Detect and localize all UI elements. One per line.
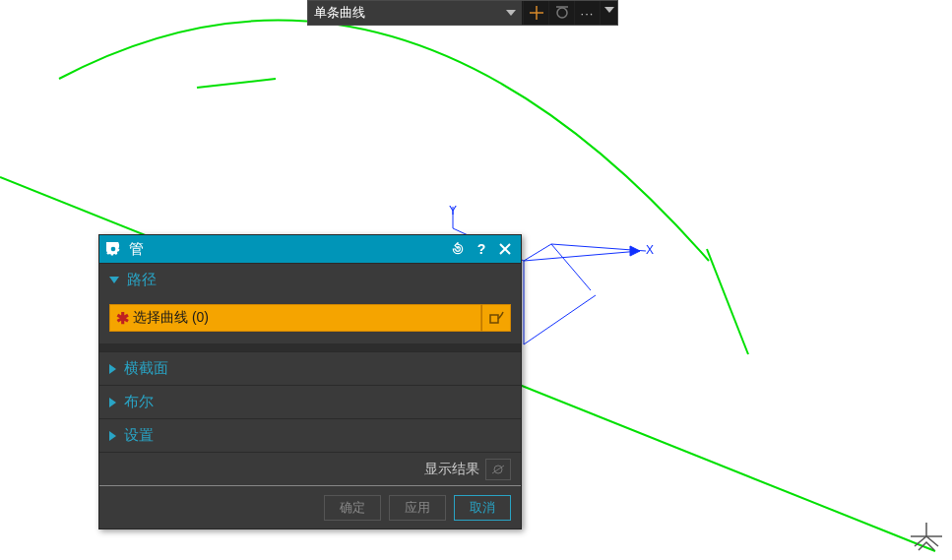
dialog-button-bar: 确定 应用 取消 xyxy=(99,485,521,529)
required-asterisk-icon: ✱ xyxy=(116,309,129,328)
tube-dialog: 管 ? 路径 ✱ 选择曲线 (0) 横截面 布尔 xyxy=(98,234,522,529)
axis-label-x: X xyxy=(646,243,654,257)
section-label: 设置 xyxy=(124,426,154,445)
section-header-settings[interactable]: 设置 xyxy=(99,418,521,452)
select-curve-label: 选择曲线 (0) xyxy=(133,309,209,327)
section-header-path[interactable]: 路径 xyxy=(99,263,521,296)
sketch-section-button[interactable] xyxy=(481,304,511,332)
section-header-cross-section[interactable]: 横截面 xyxy=(99,351,521,385)
ok-button[interactable]: 确定 xyxy=(324,495,381,521)
section-header-boolean[interactable]: 布尔 xyxy=(99,385,521,418)
section-label: 布尔 xyxy=(124,393,154,411)
section-body-path: ✱ 选择曲线 (0) xyxy=(99,296,521,343)
show-result-toggle-row: 显示结果 xyxy=(99,452,521,485)
chevron-right-icon xyxy=(109,398,116,407)
chevron-down-icon xyxy=(109,277,119,283)
cancel-button[interactable]: 取消 xyxy=(454,495,511,521)
intersection-point-icon-button[interactable] xyxy=(523,1,548,25)
dialog-title: 管 xyxy=(127,240,446,259)
svg-marker-4 xyxy=(630,246,640,256)
svg-line-3 xyxy=(524,251,640,261)
chevron-right-icon xyxy=(109,364,116,374)
show-result-label: 显示结果 xyxy=(424,461,479,478)
selection-filter-combo[interactable]: 单条曲线 xyxy=(308,1,523,25)
gear-icon[interactable] xyxy=(99,242,127,256)
close-button[interactable] xyxy=(493,235,517,263)
section-label: 路径 xyxy=(127,271,157,289)
svg-line-2 xyxy=(197,79,276,88)
curve-tangent-icon-button[interactable] xyxy=(548,1,574,25)
reset-button[interactable] xyxy=(446,235,470,263)
svg-line-1 xyxy=(707,249,748,354)
axis-label-y: Y xyxy=(449,204,457,218)
select-curve-field[interactable]: ✱ 选择曲线 (0) xyxy=(109,304,481,332)
more-options-button[interactable]: ··· xyxy=(574,1,600,25)
ellipsis-icon: ··· xyxy=(581,6,595,21)
selection-filter-value: 单条曲线 xyxy=(314,4,365,22)
apply-button[interactable]: 应用 xyxy=(389,495,446,521)
svg-point-9 xyxy=(557,8,567,18)
section-label: 横截面 xyxy=(124,359,168,378)
show-result-toggle[interactable] xyxy=(485,459,511,480)
selection-filter-toolbar: 单条曲线 ··· xyxy=(307,0,618,26)
help-button[interactable]: ? xyxy=(470,235,493,263)
chevron-right-icon xyxy=(109,431,116,441)
chevron-down-icon xyxy=(604,7,614,13)
toolbar-dropdown-button[interactable] xyxy=(600,1,617,25)
svg-rect-13 xyxy=(490,315,498,323)
dialog-titlebar[interactable]: 管 ? xyxy=(99,235,521,263)
chevron-down-icon xyxy=(506,10,516,16)
view-cube-icon[interactable] xyxy=(907,519,946,554)
